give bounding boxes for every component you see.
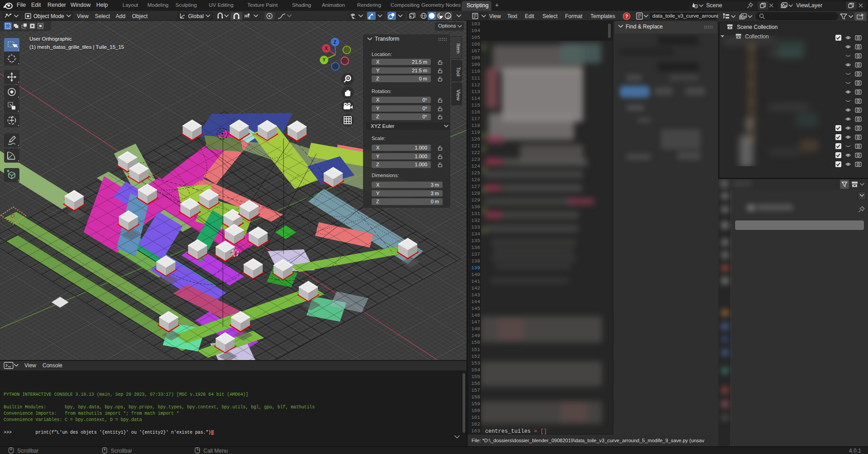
svg-text:Y: Y (322, 57, 326, 62)
svg-text:Z: Z (334, 40, 336, 45)
svg-text:?: ? (625, 14, 628, 19)
svg-text:X: X (325, 46, 328, 51)
